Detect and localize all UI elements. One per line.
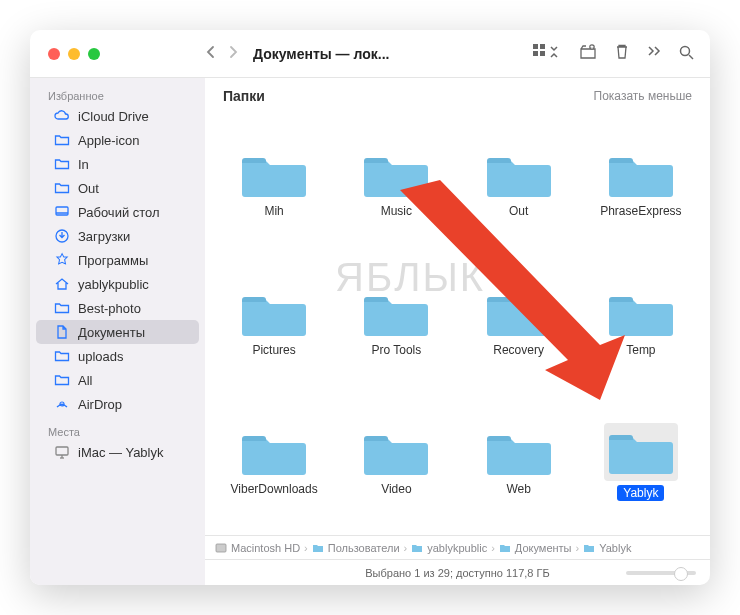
sidebar-section-favorites: Избранное [30, 86, 205, 104]
sidebar-item-label: iCloud Drive [78, 109, 149, 124]
more-icon[interactable] [647, 46, 661, 61]
folder-icon [363, 428, 429, 478]
sidebar-item-label: Документы [78, 325, 145, 340]
sidebar-item[interactable]: Программы [36, 248, 199, 272]
airdrop-icon [54, 396, 70, 412]
folder-grid: MihMusicOutPhraseExpressPicturesPro Tool… [205, 108, 710, 535]
zoom-slider[interactable] [626, 571, 696, 575]
path-segment[interactable]: Yablyk [583, 542, 631, 554]
folder-label: Pictures [252, 343, 295, 357]
zoom-button[interactable] [88, 48, 100, 60]
svg-rect-3 [540, 51, 545, 56]
sidebar-item-label: uploads [78, 349, 124, 364]
folder-icon [54, 348, 70, 364]
downloads-icon [54, 228, 70, 244]
folder-item[interactable]: Music [335, 114, 457, 253]
folder-icon [54, 180, 70, 196]
trash-icon[interactable] [615, 44, 629, 63]
sidebar-item[interactable]: Out [36, 176, 199, 200]
share-icon[interactable]: ⋯ [579, 44, 597, 63]
sidebar-item[interactable]: Рабочий стол [36, 200, 199, 224]
sidebar-item-label: yablykpublic [78, 277, 149, 292]
folder-item[interactable]: Mih [213, 114, 335, 253]
folder-item[interactable]: Video [335, 392, 457, 531]
sidebar-item-label: All [78, 373, 92, 388]
path-segment[interactable]: Пользователи [312, 542, 400, 554]
titlebar: Документы — лок... ⋯ [30, 30, 710, 78]
folder-icon [608, 427, 674, 477]
folder-item[interactable]: Temp [580, 253, 702, 392]
folder-icon [608, 289, 674, 339]
folder-label: Out [509, 204, 528, 218]
documents-icon [54, 324, 70, 340]
folder-icon [608, 150, 674, 200]
folder-item[interactable]: Recovery [458, 253, 580, 392]
sidebar-item-label: iMac — Yablyk [78, 445, 164, 460]
sidebar-item[interactable]: yablykpublic [36, 272, 199, 296]
sidebar-item[interactable]: uploads [36, 344, 199, 368]
content-area: Папки Показать меньше MihMusicOutPhraseE… [205, 78, 710, 585]
folder-label: Yablyk [617, 485, 664, 501]
sidebar-item-label: Best-photo [78, 301, 141, 316]
folder-item[interactable]: ViberDownloads [213, 392, 335, 531]
close-button[interactable] [48, 48, 60, 60]
folder-icon [363, 289, 429, 339]
cloud-icon [54, 108, 70, 124]
path-segment[interactable]: Документы [499, 542, 572, 554]
status-bar: Выбрано 1 из 29; доступно 117,8 ГБ [205, 559, 710, 585]
folder-icon [54, 132, 70, 148]
svg-text:⋯: ⋯ [590, 45, 594, 50]
folder-icon [363, 150, 429, 200]
folder-icon [241, 289, 307, 339]
path-segment[interactable]: Macintosh HD [215, 542, 300, 554]
svg-line-7 [689, 55, 693, 59]
sidebar-item[interactable]: Apple-icon [36, 128, 199, 152]
sidebar-item-label: Загрузки [78, 229, 130, 244]
search-icon[interactable] [679, 45, 694, 63]
sidebar-item[interactable]: iCloud Drive [36, 104, 199, 128]
status-text: Выбрано 1 из 29; доступно 117,8 ГБ [365, 567, 549, 579]
minimize-button[interactable] [68, 48, 80, 60]
computer-icon [54, 444, 70, 460]
folder-item[interactable]: Out [458, 114, 580, 253]
show-less-button[interactable]: Показать меньше [594, 89, 692, 103]
desktop-icon [54, 204, 70, 220]
folder-label: Recovery [493, 343, 544, 357]
sidebar-item-label: In [78, 157, 89, 172]
sidebar-section-locations: Места [30, 422, 205, 440]
back-button[interactable] [205, 45, 215, 63]
folder-item[interactable]: Yablyk [580, 392, 702, 531]
sidebar-item[interactable]: All [36, 368, 199, 392]
folder-icon [486, 289, 552, 339]
forward-button[interactable] [229, 45, 239, 63]
sidebar-item[interactable]: Best-photo [36, 296, 199, 320]
folder-icon [486, 150, 552, 200]
folder-item[interactable]: Web [458, 392, 580, 531]
folders-heading: Папки [223, 88, 265, 104]
sidebar-item[interactable]: Документы [36, 320, 199, 344]
folder-icon [241, 428, 307, 478]
folder-label: Video [381, 482, 411, 496]
folder-label: Mih [264, 204, 283, 218]
sidebar-item[interactable]: AirDrop [36, 392, 199, 416]
sidebar-item-label: Программы [78, 253, 148, 268]
sidebar-item[interactable]: Загрузки [36, 224, 199, 248]
svg-rect-0 [533, 44, 538, 49]
svg-point-6 [681, 46, 690, 55]
nav-buttons [205, 45, 239, 63]
folder-item[interactable]: PhraseExpress [580, 114, 702, 253]
folder-icon [486, 428, 552, 478]
sidebar-item-label: AirDrop [78, 397, 122, 412]
window-title: Документы — лок... [253, 46, 389, 62]
folder-label: Web [506, 482, 530, 496]
folder-item[interactable]: Pro Tools [335, 253, 457, 392]
folder-icon [54, 156, 70, 172]
svg-rect-2 [533, 51, 538, 56]
path-bar[interactable]: Macintosh HD›Пользователи›yablykpublic›Д… [205, 535, 710, 559]
view-icon-grid[interactable] [533, 44, 561, 63]
sidebar-location-item[interactable]: iMac — Yablyk [36, 440, 199, 464]
folder-label: ViberDownloads [231, 482, 318, 496]
sidebar-item[interactable]: In [36, 152, 199, 176]
folder-item[interactable]: Pictures [213, 253, 335, 392]
path-segment[interactable]: yablykpublic [411, 542, 487, 554]
